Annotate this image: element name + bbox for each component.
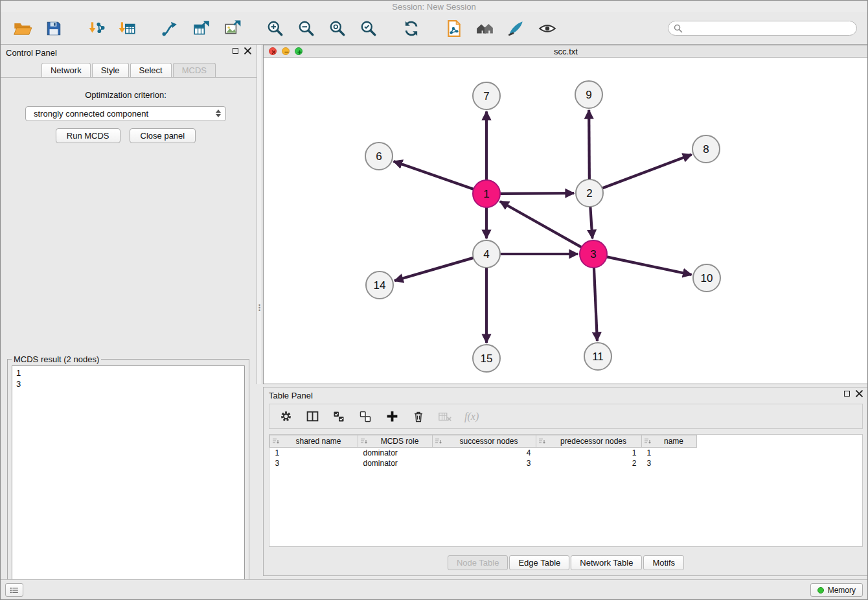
network-file-button[interactable] [442, 16, 466, 41]
export-table-button[interactable] [189, 16, 214, 41]
node-2[interactable]: 2 [576, 179, 603, 207]
edge-2-9[interactable] [589, 110, 589, 179]
save-floppy-icon [45, 19, 63, 38]
checked-boxes-icon [332, 410, 345, 423]
node-14[interactable]: 14 [366, 271, 393, 299]
table-row[interactable]: 1dominator411 [270, 448, 697, 458]
node-9[interactable]: 9 [575, 81, 602, 108]
close-panel-icon[interactable] [244, 47, 251, 54]
memory-button[interactable]: Memory [810, 583, 863, 597]
edge-3-1[interactable] [500, 202, 582, 248]
import-network-icon [87, 19, 106, 38]
node-10[interactable]: 10 [693, 264, 720, 292]
window-zoom-icon[interactable] [295, 47, 303, 55]
zoom-selected-button[interactable] [356, 16, 381, 41]
import-network-button[interactable] [84, 16, 109, 41]
task-list-button[interactable] [5, 583, 23, 597]
table-header-row: shared nameMCDS rolesuccessor nodesprede… [270, 435, 697, 448]
network-window-title: scc.txt [554, 47, 578, 56]
edge-3-11[interactable] [594, 268, 597, 341]
edge-2-8[interactable] [602, 154, 692, 188]
column-header-shared-name[interactable]: shared name [270, 435, 358, 448]
edge-3-10[interactable] [607, 257, 692, 275]
mcds-result-title: MCDS result (2 nodes) [12, 354, 101, 364]
edge-4-14[interactable] [394, 258, 474, 281]
tab-network-table[interactable]: Network Table [571, 555, 642, 570]
tab-select[interactable]: Select [130, 63, 172, 77]
edge-1-6[interactable] [394, 161, 474, 189]
column-header-MCDS-role[interactable]: MCDS role [358, 435, 433, 448]
node-15[interactable]: 15 [473, 345, 500, 372]
function-builder-icon: f(x) [464, 411, 479, 422]
hide-all-columns-button[interactable] [358, 410, 372, 424]
node-label: 9 [586, 89, 591, 101]
table-toolbar: f(x) [269, 404, 863, 429]
refresh-layout-button[interactable] [399, 16, 424, 41]
close-table-panel-icon[interactable] [856, 390, 863, 397]
style-paint-button[interactable] [504, 16, 529, 41]
table-settings-button[interactable] [279, 410, 293, 424]
memory-status-icon [817, 587, 824, 594]
node-label: 1 [483, 188, 489, 200]
edge-2-3[interactable] [590, 207, 592, 238]
home-icon [476, 19, 494, 38]
float-table-panel-icon[interactable] [844, 391, 850, 397]
edge-1-2[interactable] [500, 193, 574, 194]
tab-network[interactable]: Network [41, 63, 91, 77]
table-cell: 4 [433, 448, 536, 458]
node-11[interactable]: 11 [584, 343, 611, 370]
node-3[interactable]: 3 [580, 240, 607, 268]
zoom-in-button[interactable] [263, 16, 288, 41]
zoom-out-button[interactable] [294, 16, 319, 41]
zoom-fit-button[interactable] [325, 16, 350, 41]
table-row[interactable]: 3dominator323 [270, 458, 697, 468]
zoom-in-icon [266, 19, 284, 38]
tab-node-table[interactable]: Node Table [448, 555, 508, 570]
show-all-columns-button[interactable] [332, 410, 346, 424]
export-image-button[interactable] [220, 16, 245, 41]
node-7[interactable]: 7 [473, 82, 500, 110]
window-minimize-icon[interactable] [282, 47, 290, 55]
float-panel-icon[interactable] [233, 48, 238, 54]
tab-mcds[interactable]: MCDS [173, 63, 216, 77]
node-1[interactable]: 1 [473, 180, 500, 207]
search-box[interactable] [668, 21, 857, 36]
node-6[interactable]: 6 [365, 143, 393, 170]
table-cell: 1 [536, 448, 642, 458]
optimization-select[interactable]: strongly connected component [25, 106, 226, 121]
column-header-predecessor-nodes[interactable]: predecessor nodes [536, 435, 642, 448]
import-table-icon [119, 19, 137, 38]
node-8[interactable]: 8 [692, 135, 720, 163]
import-table-button[interactable] [115, 16, 140, 41]
network-canvas[interactable]: 7968124314101511 [264, 58, 868, 384]
panel-splitter[interactable]: ••• [257, 45, 262, 384]
run-mcds-button[interactable]: Run MCDS [56, 128, 120, 143]
node-label: 14 [374, 279, 386, 292]
tab-style[interactable]: Style [92, 63, 129, 77]
add-column-button[interactable] [385, 410, 399, 424]
network-view-window: scc.txt 7968124314101511 [263, 45, 868, 384]
column-header-successor-nodes[interactable]: successor nodes [433, 435, 536, 448]
home-layout-button[interactable] [473, 16, 497, 41]
delete-table-icon [438, 410, 452, 423]
sort-icon [538, 438, 546, 445]
export-network-button[interactable] [158, 16, 183, 41]
search-input[interactable] [686, 23, 851, 34]
save-session-button[interactable] [41, 16, 66, 41]
delete-column-button[interactable] [411, 410, 426, 424]
open-session-button[interactable] [10, 16, 35, 41]
tab-edge-table[interactable]: Edge Table [509, 555, 569, 570]
sort-icon [360, 438, 368, 445]
delete-table-button [438, 410, 452, 424]
tab-motifs[interactable]: Motifs [643, 555, 684, 570]
window-close-icon[interactable] [269, 47, 277, 55]
mcds-result-list[interactable]: 13 [12, 365, 245, 599]
node-label: 2 [586, 187, 592, 200]
close-panel-button[interactable]: Close panel [130, 128, 196, 143]
node-4[interactable]: 4 [473, 240, 500, 268]
table-tabs: Node TableEdge TableNetwork TableMotifs [264, 555, 868, 570]
control-panel-title: Control Panel [6, 48, 57, 58]
column-header-name[interactable]: name [642, 435, 697, 448]
show-hide-button[interactable] [535, 16, 560, 41]
split-panel-button[interactable] [305, 410, 319, 424]
